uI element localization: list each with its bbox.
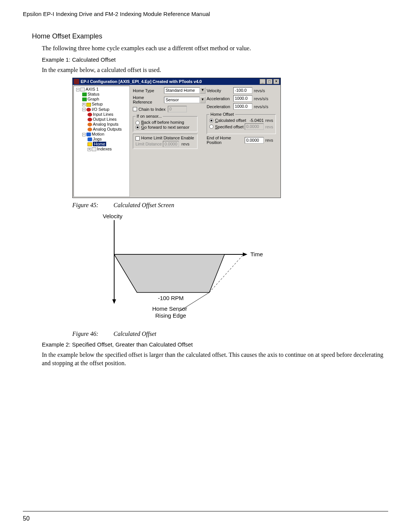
figure-45-caption: Figure 45:Calculated Offset Screen [72,202,388,209]
tree-analog-inputs[interactable]: Analog Inputs [75,122,129,127]
home-type-label: Home Type [133,88,164,93]
chain-checkbox[interactable] [133,107,137,111]
window-titlebar[interactable]: EP-I Configuration [AXIS_EPI_4.Ep] Creat… [73,78,280,85]
example-1-text: In the example below, a calculated offse… [42,66,388,74]
chain-value: 0 [168,106,187,112]
event-label-1: Home Sensor [152,305,187,312]
tree-motion[interactable]: −Motion [75,132,129,137]
chevron-down-icon[interactable]: ▼ [200,87,206,94]
calc-offset-unit: revs [265,118,273,123]
form-pane: Home Type Standard Home ▼ Home Reference… [131,85,280,198]
tree-pane[interactable]: −AXIS 1 Status Graph +Setup −I/O Setup I… [73,86,130,197]
chevron-down-icon[interactable]: ▼ [200,97,206,103]
page-number: 50 [23,515,30,522]
svg-marker-1 [112,299,116,304]
iosetup-icon [86,108,91,112]
tree-jogs[interactable]: Jogs [75,137,129,142]
spec-offset-radio[interactable] [209,125,213,129]
decel-unit: revs/s/s [254,104,268,109]
jogs-icon [88,137,92,141]
footer-rule [23,511,388,511]
if-on-sensor-legend: If on sensor... [135,114,163,118]
calc-offset-radio[interactable] [209,118,213,123]
goforward-radio[interactable] [135,125,140,129]
collapse-icon[interactable]: − [82,108,86,111]
section-heading: Home Offset Examples [32,32,388,40]
home-offset-legend: Home Offset [209,112,235,117]
anout-icon [88,128,92,131]
calc-offset-label: Calculated offset [215,118,248,123]
event-label-2: Rising Edge [155,312,186,319]
expand-icon[interactable]: + [88,148,91,151]
inlines-icon [88,113,92,117]
calc-offset-value: -5.0401 [248,118,264,123]
limit-distance-unit: revs [182,142,190,146]
spec-offset-label: Specified offset [215,125,245,129]
expand-icon[interactable]: + [82,103,86,106]
close-button[interactable]: × [273,79,279,84]
end-pos-label: End of Home Position [207,136,245,145]
speed-label: -100 RPM [158,295,184,301]
example-2-text: In the example below the specified offse… [42,351,388,367]
example-2-label: Example 2: Specified Offset, Greater tha… [42,341,388,348]
motion-icon [86,133,91,136]
tree-indexes[interactable]: +Indexes [75,147,129,152]
maximize-button[interactable]: □ [266,79,272,84]
limit-distance-label: Limit Distance [135,142,162,146]
limit-distance-value: 0.0000 [163,141,179,147]
tree-status[interactable]: Status [75,92,129,97]
home-type-select[interactable]: Standard Home ▼ [164,87,206,94]
decel-input[interactable]: 1000.0 [233,103,252,110]
tree-axis[interactable]: −AXIS 1 [75,87,129,92]
home-ref-select[interactable]: Sensor ▼ [164,97,206,103]
status-icon [82,93,87,96]
decel-label: Deceleration [207,104,233,109]
outlines-icon [88,118,92,121]
velocity-label: Velocity [207,88,233,93]
limit-enable-label: Home Limit Distance Enable [141,136,194,140]
tree-setup[interactable]: +Setup [75,102,129,107]
velocity-axis-label: Velocity [103,213,123,219]
svg-marker-4 [114,254,225,292]
indexes-icon [92,147,96,151]
intro-text: The following three home cycle examples … [42,44,388,53]
tree-input-lines[interactable]: Input Lines [75,112,129,117]
accel-unit: revs/s/s [254,96,268,101]
config-window: EP-I Configuration [AXIS_EPI_4.Ep] Creat… [72,78,281,198]
spec-offset-value: 0.0000 [245,123,264,130]
chain-label: Chain to Index [139,107,166,112]
figure-46-caption: Figure 46:Calculated Offset [72,331,388,337]
limit-enable-checkbox[interactable] [135,136,140,141]
time-axis-label: Time [250,251,263,257]
home-ref-label: Home Reference [133,95,164,104]
app-icon [74,79,79,84]
collapse-icon[interactable]: − [76,88,80,91]
minimize-button[interactable]: _ [260,79,266,84]
tree-home[interactable]: Home [75,142,129,147]
accel-label: Acceleration [207,96,233,101]
spec-offset-unit: revs [265,125,273,129]
backoff-label: BBack off before homingack off before ho… [141,120,184,125]
tree-iosetup[interactable]: −I/O Setup [75,107,129,112]
tree-analog-outputs[interactable]: Analog Outputs [75,127,129,132]
end-pos-input[interactable]: 0.0000 [245,137,264,144]
goforward-label: Go forward to next sensor [141,125,190,129]
collapse-icon[interactable]: − [82,133,86,136]
svg-marker-3 [243,252,247,256]
home-icon [88,142,92,146]
velocity-diagram: Velocity Time -100 RPM Home Sensor Risin… [91,212,282,327]
velocity-input[interactable]: -100.0 [233,87,252,94]
anin-icon [88,123,92,126]
tree-output-lines[interactable]: Output Lines [75,117,129,122]
tree-graph[interactable]: Graph [75,97,129,102]
setup-icon [86,103,91,107]
running-head: Epsilon EP-I Indexing Drive and FM-2 Ind… [23,11,388,17]
graph-icon [82,97,87,101]
end-pos-unit: revs [265,138,273,142]
backoff-radio[interactable] [135,121,140,125]
window-title: EP-I Configuration [AXIS_EPI_4.Ep] Creat… [81,79,202,84]
axis-icon [80,88,85,91]
accel-input[interactable]: 1000.0 [233,95,252,102]
example-1-label: Example 1: Calculated Offset [42,56,388,63]
velocity-unit: revs/s [254,88,265,93]
